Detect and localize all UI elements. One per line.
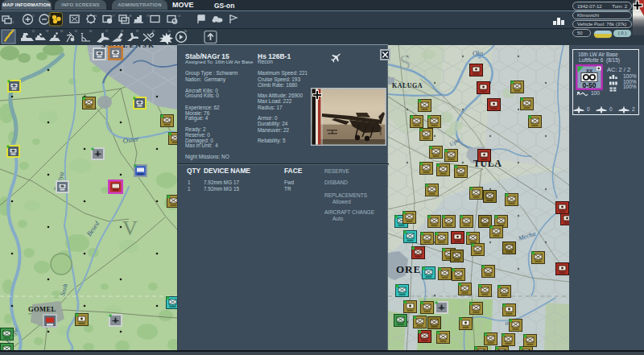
svg-text:V: V [122, 217, 138, 240]
svg-text:f5: f5 [75, 29, 78, 33]
svg-text:f4: f4 [60, 29, 64, 33]
svg-text:r7: r7 [112, 14, 115, 18]
svg-text:GOMEL: GOMEL [28, 305, 56, 313]
svg-text:r6: r6 [94, 14, 97, 18]
svg-text:r8: r8 [129, 14, 132, 18]
svg-text:Oka: Oka [473, 50, 483, 57]
svg-text:f2: f2 [32, 29, 35, 33]
svg-text:fa: fa [168, 29, 171, 33]
svg-text:r2: r2 [31, 14, 35, 18]
svg-text:f6: f6 [89, 29, 93, 33]
svg-text:r5: r5 [77, 14, 80, 18]
svg-text:ORE: ORE [396, 263, 421, 275]
svg-text:r9: r9 [147, 14, 150, 18]
svg-text:fb: fb [184, 29, 188, 33]
svg-text:S: S [399, 51, 411, 74]
svg-text:r1: r1 [11, 20, 14, 24]
svg-text:XX: XX [586, 68, 592, 73]
svg-text:KALUGA: KALUGA [392, 82, 423, 89]
svg-text:f9: f9 [136, 29, 139, 33]
svg-text:f0: f0 [152, 29, 155, 33]
svg-text:f8: f8 [121, 29, 124, 33]
svg-text:f7: f7 [105, 29, 109, 33]
svg-text:0-50: 0-50 [582, 81, 596, 89]
svg-text:f3: f3 [46, 29, 49, 33]
svg-text:r0: r0 [178, 14, 181, 18]
